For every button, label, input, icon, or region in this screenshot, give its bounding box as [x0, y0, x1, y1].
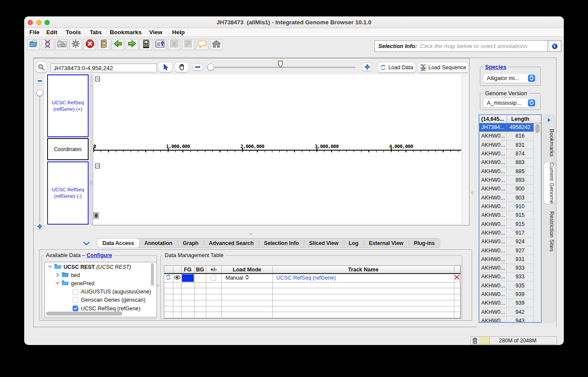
export-disabled-button[interactable] — [168, 39, 180, 50]
menu-view[interactable]: View — [149, 28, 163, 37]
dmt-column-header[interactable]: FG — [182, 266, 195, 274]
select-tool-button[interactable] — [158, 62, 173, 72]
open-file-button[interactable] — [27, 39, 40, 50]
dmt-column-header[interactable]: Load Mode — [221, 266, 273, 274]
zoom-stripe-marker[interactable] — [278, 61, 283, 68]
zoom-out-button[interactable] — [193, 64, 202, 71]
vertical-zoom-in-button[interactable] — [36, 223, 44, 229]
dmt-delete-cell[interactable] — [454, 274, 460, 282]
collapse-track-icon[interactable] — [95, 164, 100, 168]
back-button[interactable] — [112, 39, 124, 50]
expander-down-icon[interactable] — [55, 280, 61, 287]
tree-horizontal-scrollbar-thumb[interactable] — [46, 312, 122, 316]
sequence-row[interactable]: AKHW0...933 — [479, 264, 534, 273]
strand-checkbox[interactable] — [211, 275, 216, 281]
track-panel-splitter[interactable] — [89, 74, 93, 226]
sequence-row[interactable]: AKHW0...831 — [479, 141, 534, 149]
sequence-row[interactable]: AKHW0...943 — [479, 316, 534, 322]
sequence-row[interactable]: AKHW0...935 — [479, 281, 534, 290]
tab-graph[interactable]: Graph — [178, 238, 204, 248]
sequence-row[interactable]: AKHW0...883 — [479, 158, 534, 167]
length-column-header[interactable]: Length — [507, 115, 534, 123]
species-combobox[interactable]: Alligator mi... — [483, 74, 536, 83]
dmt-column-header[interactable] — [173, 266, 182, 274]
sequence-row[interactable]: AKHW0...874 — [479, 149, 534, 158]
side-tab-bookmarks[interactable]: Bookmarks — [544, 126, 555, 160]
track-label-coordinates[interactable]: Coordinates — [47, 138, 89, 160]
expander-down-icon[interactable] — [48, 264, 54, 270]
home-button[interactable] — [210, 39, 223, 50]
pan-tool-button[interactable] — [175, 62, 189, 72]
tree-node[interactable]: Genscan Genes (genscan) — [45, 296, 157, 304]
tab-selection-info[interactable]: Selection Info — [259, 238, 304, 248]
load-sequence-button[interactable]: Load Sequence — [417, 62, 469, 73]
tab-plug-ins[interactable]: Plug-ins — [409, 238, 440, 248]
sequence-row[interactable]: AKHW0...816 — [479, 132, 534, 141]
dmt-column-header[interactable] — [454, 266, 460, 274]
vertical-zoom-out-button[interactable] — [36, 78, 44, 84]
stop-button[interactable] — [83, 39, 96, 50]
side-tab-restriction-sites[interactable]: Restriction Sites — [544, 207, 555, 256]
dmt-column-header[interactable]: +/- — [206, 266, 221, 274]
configure-link[interactable]: Configure — [86, 252, 112, 258]
window-titlebar[interactable]: JH738473 (allMis1) - Integrated Genome B… — [24, 16, 564, 28]
menu-file[interactable]: File — [29, 28, 39, 37]
track-panel-splitter-handle[interactable] — [90, 181, 93, 184]
dmt-column-header[interactable]: Track Name — [273, 266, 454, 274]
sequence-table-scrollbar-thumb[interactable] — [535, 124, 540, 133]
tab-advanced-search[interactable]: Advanced Search — [204, 238, 259, 248]
menu-tools[interactable]: Tools — [66, 28, 81, 37]
horizontal-zoom-slider-thumb[interactable] — [207, 64, 214, 71]
vertical-splitter-handle[interactable] — [471, 191, 474, 194]
feedback-button[interactable] — [196, 39, 208, 50]
genome-canvas[interactable]: 01,000,0002,000,0003,000,0004,000,000 0 — [93, 74, 462, 224]
vertical-zoom-slider-track[interactable] — [39, 96, 40, 222]
snapshot-button[interactable] — [55, 39, 68, 50]
sequence-row[interactable]: JH7384...4958242 — [479, 123, 534, 132]
tree-node[interactable]: genePred — [45, 279, 157, 287]
menu-edit[interactable]: Edit — [46, 28, 58, 37]
dmt-visibility-cell[interactable] — [173, 274, 182, 282]
genome-version-combobox[interactable]: A_mississip... — [483, 98, 536, 107]
tree-vertical-scrollbar-thumb[interactable] — [151, 263, 154, 286]
tree-node[interactable]: AUGUSTUS (augustusGene) — [45, 288, 157, 296]
search-button[interactable] — [35, 61, 47, 73]
sequence-table-scrollbar[interactable] — [534, 123, 541, 322]
dmt-column-header[interactable]: BG — [194, 266, 206, 274]
tab-annotation[interactable]: Annotation — [139, 238, 178, 248]
sequence-row[interactable]: AKHW0...942 — [479, 308, 534, 316]
dmt-strand-cell[interactable] — [206, 274, 221, 282]
menu-bookmarks[interactable]: Bookmarks — [110, 28, 142, 37]
sequence-row[interactable]: AKHW0...915 — [479, 211, 534, 220]
track-label-refseq-minus[interactable]: UCSC RefSeq (refGene) (-) — [47, 161, 89, 225]
movie-button[interactable] — [140, 39, 152, 50]
side-tab-current-genome[interactable]: Current Genome — [544, 162, 555, 204]
expand-sidebar-button[interactable] — [546, 117, 552, 123]
tab-log[interactable]: Log — [344, 238, 364, 248]
sequence-row[interactable]: AKHW0...893 — [479, 176, 534, 184]
garbage-collect-button[interactable] — [471, 337, 479, 344]
zoom-in-button[interactable] — [362, 63, 372, 71]
sequence-row[interactable]: AKHW0...931 — [479, 255, 534, 264]
tree-checkbox[interactable] — [73, 297, 78, 303]
sequence-row[interactable]: AKHW0...900 — [479, 185, 534, 193]
tree-node[interactable]: bed — [45, 271, 157, 279]
expander-right-icon[interactable] — [55, 272, 61, 278]
tree-checkbox[interactable] — [73, 289, 78, 295]
horizontal-splitter-handle[interactable] — [249, 233, 252, 235]
book-button[interactable] — [98, 39, 110, 50]
tab-external-view[interactable]: External View — [364, 238, 409, 248]
gear-button[interactable] — [70, 39, 82, 50]
dmt-bg-cell[interactable] — [194, 274, 206, 282]
collapse-track-icon[interactable] — [95, 77, 100, 81]
dmt-track-name-cell[interactable]: UCSC RefSeq (refGene) — [273, 274, 454, 282]
vertical-zoom-slider-thumb[interactable] — [36, 89, 43, 96]
menu-help[interactable]: Help — [172, 28, 185, 37]
dmt-fg-cell[interactable] — [182, 274, 195, 282]
sequence-column-header[interactable]: (14,645... — [479, 115, 507, 123]
sequence-row[interactable]: AKHW0...924 — [479, 238, 534, 246]
dna-preferences-button[interactable] — [42, 39, 54, 50]
sequence-row[interactable]: AKHW0...939 — [479, 290, 534, 299]
tree-checkbox[interactable] — [73, 306, 78, 311]
tree-node[interactable]: UCSC REST (UCSC REST) — [45, 263, 157, 271]
